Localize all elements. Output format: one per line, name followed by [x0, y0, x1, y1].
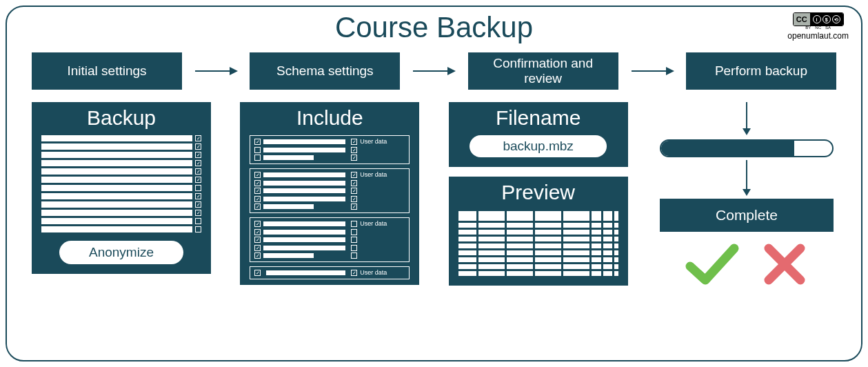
preview-heading: Preview	[458, 181, 618, 204]
checkbox-icon[interactable]: ✓	[195, 201, 201, 208]
checkbox-icon[interactable]: ✓	[254, 139, 261, 145]
arrow-right-icon	[194, 64, 238, 78]
preview-row	[458, 237, 618, 241]
checkbox-icon[interactable]: ✓	[351, 155, 357, 161]
cc-license-badge: CC i$⟲	[793, 12, 844, 26]
checkbox-icon[interactable]: ✓	[254, 221, 261, 227]
checkbox-icon[interactable]: ✓	[195, 143, 201, 150]
workflow-steps: Initial settings Schema settings Confirm…	[28, 52, 840, 90]
checkbox-icon[interactable]: ✓	[351, 196, 357, 202]
user-data-label: User data	[360, 270, 387, 276]
complete-box: Complete	[660, 199, 834, 232]
checkbox-icon[interactable]	[254, 147, 261, 153]
attribution-block: CC i$⟲ BYNCSA openumlaut.com	[787, 12, 849, 41]
checkbox-icon[interactable]: ✓	[351, 188, 357, 194]
checkbox-icon[interactable]: ✓	[254, 180, 261, 186]
backup-panel: Backup ✓✓✓✓✓✓✓✓✓ Anonymize	[32, 102, 211, 274]
arrow-right-icon	[630, 64, 674, 78]
progress-bar	[660, 139, 834, 157]
backup-option-row	[41, 185, 201, 191]
step-perform-backup: Perform backup	[686, 52, 836, 90]
page-title: Course Backup	[28, 11, 840, 44]
backup-option-row: ✓	[41, 210, 201, 216]
checkbox-icon[interactable]	[351, 252, 357, 259]
checkbox-icon[interactable]: ✓	[254, 188, 261, 194]
svg-marker-9	[743, 189, 751, 196]
attribution-site: openumlaut.com	[787, 31, 849, 41]
preview-row	[458, 264, 618, 269]
checkbox-icon[interactable]	[351, 237, 357, 243]
checkbox-icon[interactable]	[195, 185, 201, 191]
arrow-down-icon	[740, 157, 754, 196]
checkbox-icon[interactable]: ✓	[195, 210, 201, 216]
progress-fill	[661, 141, 794, 156]
preview-row	[458, 223, 618, 228]
step-schema-settings: Schema settings	[250, 52, 400, 90]
include-panel: Include ✓✓User data✓✓✓✓✓✓✓✓User data✓✓✓✓…	[240, 102, 419, 285]
checkbox-icon[interactable]: ✓	[195, 160, 201, 166]
checkbox-icon[interactable]: ✓	[254, 270, 261, 276]
svg-marker-3	[447, 67, 456, 75]
cross-icon	[760, 241, 809, 287]
cc-symbol-icon: i	[813, 15, 821, 23]
preview-row	[458, 244, 618, 248]
checkbox-icon[interactable]	[351, 221, 357, 227]
checkbox-icon[interactable]	[351, 229, 357, 235]
cc-logo: CC	[794, 13, 810, 26]
checkbox-icon[interactable]: ✓	[195, 152, 201, 158]
svg-marker-1	[230, 67, 238, 75]
svg-marker-7	[743, 128, 751, 135]
include-section: ✓✓User data	[250, 266, 410, 279]
backup-option-row	[41, 218, 201, 224]
checkbox-icon[interactable]: ✓	[254, 237, 261, 243]
checkbox-icon[interactable]: ✓	[351, 139, 357, 145]
backup-option-row: ✓	[41, 143, 201, 150]
checkbox-icon[interactable]: ✓	[351, 172, 357, 178]
checkbox-icon[interactable]: ✓	[351, 180, 357, 186]
user-data-label: User data	[360, 139, 387, 145]
filename-heading: Filename	[458, 106, 618, 130]
checkbox-icon[interactable]: ✓	[254, 229, 261, 235]
checkbox-icon[interactable]: ✓	[351, 204, 357, 210]
include-section: ✓✓✓✓✓User data	[250, 217, 410, 262]
checkbox-icon[interactable]	[195, 226, 201, 232]
include-section: ✓✓✓✓✓✓User data✓✓✓✓	[250, 168, 410, 213]
user-data-label: User data	[360, 221, 387, 227]
checkmark-icon	[685, 241, 740, 287]
checkbox-icon[interactable]: ✓	[254, 245, 261, 251]
checkbox-icon[interactable]: ✓	[351, 270, 357, 276]
user-data-label: User data	[360, 172, 387, 178]
backup-option-row: ✓	[41, 177, 201, 183]
checkbox-icon[interactable]: ✓	[254, 204, 261, 210]
checkbox-icon[interactable]: ✓	[254, 172, 261, 178]
checkbox-icon[interactable]	[195, 218, 201, 224]
backup-option-row: ✓	[41, 152, 201, 158]
backup-option-row: ✓	[41, 193, 201, 199]
preview-row	[458, 257, 618, 262]
checkbox-icon[interactable]: ✓	[351, 147, 357, 153]
anonymize-button[interactable]: Anonymize	[59, 241, 184, 264]
preview-panel: Preview	[449, 177, 628, 286]
backup-option-row: ✓	[41, 168, 201, 175]
checkbox-icon[interactable]: ✓	[195, 168, 201, 175]
backup-option-row	[41, 226, 201, 232]
checkbox-icon[interactable]: ✓	[254, 252, 261, 259]
include-heading: Include	[250, 106, 410, 130]
preview-row	[458, 211, 618, 221]
checkbox-icon[interactable]: ✓	[195, 193, 201, 199]
step-confirmation-review: Confirmation and review	[468, 52, 618, 90]
arrow-down-icon	[740, 102, 754, 135]
checkbox-icon[interactable]	[254, 155, 261, 161]
checkbox-icon[interactable]	[351, 245, 357, 251]
step-initial-settings: Initial settings	[32, 52, 182, 90]
preview-row	[458, 230, 618, 235]
backup-option-row: ✓	[41, 135, 201, 141]
cc-symbol-icon: $	[822, 15, 831, 23]
checkbox-icon[interactable]: ✓	[195, 177, 201, 183]
svg-marker-5	[666, 67, 674, 75]
checkbox-icon[interactable]: ✓	[195, 135, 201, 141]
filename-input[interactable]: backup.mbz	[470, 135, 607, 157]
preview-row	[458, 250, 618, 255]
checkbox-icon[interactable]: ✓	[254, 196, 261, 202]
include-section: ✓✓User data✓✓	[250, 135, 410, 164]
